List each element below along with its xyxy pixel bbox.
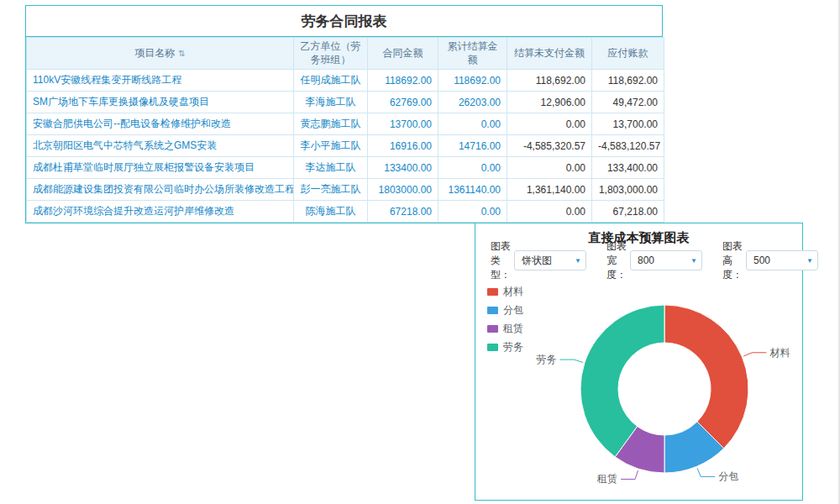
legend-swatch xyxy=(487,325,498,333)
report-table-body: 110kV安徽线程集变开断线路工程任明成施工队118692.00118692.0… xyxy=(27,70,664,223)
table-cell: 133400.00 xyxy=(368,157,438,179)
column-header-label: 项目名称 xyxy=(134,47,175,59)
table-cell: 北京朝阳区电气中芯特气系统之GMS安装 xyxy=(27,135,294,157)
column-header-label: 应付账款 xyxy=(608,47,648,59)
table-cell: 110kV安徽线程集变开断线路工程 xyxy=(27,70,294,92)
table-cell: 118692.00 xyxy=(438,70,507,92)
column-header-label: 累计结算金额 xyxy=(448,40,498,66)
chart-height-select-wrap: 500 ▼ xyxy=(746,250,818,270)
pie-label-分包: 分包 xyxy=(718,470,738,482)
table-row[interactable]: 北京朝阳区电气中芯特气系统之GMS安装李小平施工队16916.0014716.0… xyxy=(27,135,664,157)
table-cell: 0.00 xyxy=(438,157,507,179)
table-cell: SM广场地下车库更换摄像机及硬盘项目 xyxy=(27,92,294,113)
table-cell: 67218.00 xyxy=(368,201,438,223)
table-cell: 李达施工队 xyxy=(294,157,368,179)
column-header: 合同金额 xyxy=(368,38,438,70)
table-cell: 0.00 xyxy=(438,201,507,223)
table-cell: 成都杜甫草堂临时展厅独立展柜报警设备安装项目 xyxy=(27,157,294,179)
chart-body: 材料分包租赁劳务 材料分包租赁劳务 xyxy=(475,272,802,500)
cost-chart-panel: 直接成本预算图表 图表类型： 饼状图 ▼ 图表宽度： 800 ▼ xyxy=(475,223,803,501)
column-header-label: 合同金额 xyxy=(383,47,423,59)
table-cell: 118,692.00 xyxy=(507,70,592,92)
report-title: 劳务合同报表 xyxy=(26,6,662,37)
table-cell: 118,692.00 xyxy=(592,70,664,92)
legend-item-劳务[interactable]: 劳务 xyxy=(487,340,523,354)
table-cell: 67,218.00 xyxy=(592,201,664,223)
table-cell: -4,585,320.57 xyxy=(507,135,592,157)
table-cell: 1,361,140.00 xyxy=(507,179,592,201)
table-cell: 13,700.00 xyxy=(592,113,664,135)
table-row[interactable]: 成都能源建设集团投资有限公司临时办公场所装修改造工程EPC彭一亮施工队18030… xyxy=(27,179,664,201)
table-cell: 黄志鹏施工队 xyxy=(294,113,368,135)
chart-width-select[interactable]: 800 xyxy=(630,250,702,270)
chart-width-select-wrap: 800 ▼ xyxy=(630,250,702,270)
table-cell: 14716.00 xyxy=(438,135,507,157)
table-cell: 133,400.00 xyxy=(592,157,664,179)
table-row[interactable]: 110kV安徽线程集变开断线路工程任明成施工队118692.00118692.0… xyxy=(27,70,664,92)
pie-label-租赁: 租赁 xyxy=(596,473,617,485)
page: 劳务合同报表 项目名称⇅乙方单位（劳务班组）合同金额累计结算金额结算未支付金额应… xyxy=(0,0,840,504)
table-row[interactable]: 安徽合肥供电公司--配电设备检修维护和改造黄志鹏施工队13700.000.000… xyxy=(27,113,664,135)
table-cell: 0.00 xyxy=(507,157,592,179)
legend-item-租赁[interactable]: 租赁 xyxy=(487,322,523,336)
pie-label-劳务: 劳务 xyxy=(537,354,557,365)
table-cell: 12,906.00 xyxy=(507,92,592,113)
table-cell: 16916.00 xyxy=(368,135,438,157)
legend-label: 材料 xyxy=(503,285,523,299)
legend-swatch xyxy=(487,288,498,296)
table-cell: 26203.00 xyxy=(438,92,507,113)
report-table-head: 项目名称⇅乙方单位（劳务班组）合同金额累计结算金额结算未支付金额应付账款 xyxy=(27,38,664,70)
column-header: 乙方单位（劳务班组） xyxy=(294,38,368,70)
legend-swatch xyxy=(487,307,498,314)
pie-label-材料: 材料 xyxy=(769,347,790,359)
pie-callout-line xyxy=(560,360,583,362)
sort-icon[interactable]: ⇅ xyxy=(178,49,185,58)
report-table: 项目名称⇅乙方单位（劳务班组）合同金额累计结算金额结算未支付金额应付账款 110… xyxy=(26,37,664,223)
header-row: 项目名称⇅乙方单位（劳务班组）合同金额累计结算金额结算未支付金额应付账款 xyxy=(27,38,664,70)
table-cell: 0.00 xyxy=(507,201,592,223)
column-header: 应付账款 xyxy=(592,38,664,70)
table-row[interactable]: 成都杜甫草堂临时展厅独立展柜报警设备安装项目李达施工队133400.000.00… xyxy=(27,157,664,179)
table-row[interactable]: 成都沙河环境综合提升改造运河护岸维修改造陈海施工队67218.000.000.0… xyxy=(27,201,664,223)
column-header: 结算未支付金额 xyxy=(507,38,592,70)
chart-height-select[interactable]: 500 xyxy=(746,250,818,270)
table-cell: 13700.00 xyxy=(368,113,438,135)
table-cell: 任明成施工队 xyxy=(294,70,368,92)
table-cell: 彭一亮施工队 xyxy=(294,179,368,201)
column-header: 累计结算金额 xyxy=(438,38,507,70)
table-cell: 安徽合肥供电公司--配电设备检修维护和改造 xyxy=(27,113,294,135)
table-cell: 1361140.00 xyxy=(438,179,507,201)
column-header: 项目名称⇅ xyxy=(27,38,294,70)
pie-callout-line xyxy=(697,468,715,476)
chart-type-select[interactable]: 饼状图 xyxy=(514,250,586,270)
table-cell: 成都能源建设集团投资有限公司临时办公场所装修改造工程EPC xyxy=(27,179,294,201)
table-cell: -4,583,120.57 xyxy=(592,135,664,157)
chart-controls: 图表类型： 饼状图 ▼ 图表宽度： 800 ▼ 图表高度： xyxy=(475,249,802,272)
table-cell: 李小平施工队 xyxy=(294,135,368,157)
donut-chart: 材料分包租赁劳务 xyxy=(475,272,802,500)
legend-swatch xyxy=(487,344,498,351)
legend-label: 分包 xyxy=(503,303,523,318)
chart-legend: 材料分包租赁劳务 xyxy=(487,285,523,354)
table-row[interactable]: SM广场地下车库更换摄像机及硬盘项目李海施工队62769.0026203.001… xyxy=(27,92,664,113)
legend-item-材料[interactable]: 材料 xyxy=(487,285,523,299)
table-cell: 1,803,000.00 xyxy=(592,179,664,201)
table-cell: 62769.00 xyxy=(368,92,438,113)
legend-label: 租赁 xyxy=(503,322,523,336)
pie-callout-line xyxy=(621,470,638,479)
table-cell: 118692.00 xyxy=(368,70,438,92)
column-header-label: 乙方单位（劳务班组） xyxy=(301,40,361,66)
table-cell: 0.00 xyxy=(438,113,507,135)
labor-contract-report: 劳务合同报表 项目名称⇅乙方单位（劳务班组）合同金额累计结算金额结算未支付金额应… xyxy=(25,5,663,223)
table-cell: 李海施工队 xyxy=(294,92,368,113)
pie-slice-材料[interactable] xyxy=(664,305,748,449)
table-cell: 成都沙河环境综合提升改造运河护岸维修改造 xyxy=(27,201,294,223)
pie-callout-line xyxy=(743,353,766,356)
legend-item-分包[interactable]: 分包 xyxy=(487,303,523,318)
table-cell: 1803000.00 xyxy=(368,179,438,201)
legend-label: 劳务 xyxy=(503,340,523,354)
table-cell: 陈海施工队 xyxy=(294,201,368,223)
table-cell: 0.00 xyxy=(507,113,592,135)
column-header-label: 结算未支付金额 xyxy=(514,47,585,59)
table-cell: 49,472.00 xyxy=(592,92,664,113)
